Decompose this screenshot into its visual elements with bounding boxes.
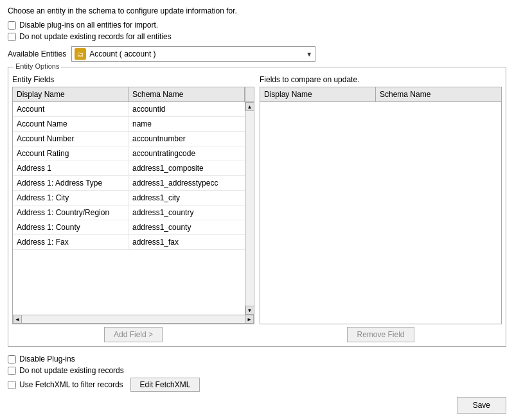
no-update-all-label: Do not update existing records for all e…: [19, 32, 172, 41]
fetchxml-checkbox[interactable]: [8, 381, 16, 389]
fetchxml-label: Use FetchXML to filter records: [19, 380, 123, 389]
left-cell-display: Account Number: [13, 132, 128, 146]
right-panel: Fields to compare on update. Display Nam…: [260, 75, 502, 342]
remove-field-btn-row: Remove Field: [260, 327, 502, 342]
right-col-schema-header: Schema Name: [376, 87, 501, 101]
top-checkbox-row-1: Disable plug-ins on all entities for imp…: [8, 21, 506, 30]
left-cell-schema: address1_city: [128, 191, 245, 205]
left-cell-schema: name: [128, 117, 245, 131]
left-horizontal-scrollbar[interactable]: ◄ ►: [13, 315, 254, 324]
left-table-row[interactable]: Address 1: Country/Region address1_count…: [13, 206, 245, 220]
entity-icon: 🗂: [75, 48, 86, 60]
footer-row: Save: [8, 397, 506, 414]
left-vertical-scrollbar[interactable]: ▲ ▼: [245, 102, 254, 315]
left-cell-display: Address 1: Address Type: [13, 176, 128, 190]
add-field-button[interactable]: Add Field >: [104, 327, 163, 342]
entity-options-legend: Entity Options: [13, 62, 61, 70]
left-col-schema-header: Schema Name: [128, 87, 245, 101]
top-checkbox-row-2: Do not update existing records for all e…: [8, 32, 506, 41]
left-scroll-track: [245, 111, 254, 306]
no-update-checkbox[interactable]: [8, 367, 16, 375]
left-cell-schema: address1_composite: [128, 161, 245, 175]
left-cell-display: Address 1: [13, 161, 128, 175]
bottom-checkbox-row-2: Do not update existing records: [8, 366, 506, 375]
add-field-btn-row: Add Field >: [12, 327, 254, 342]
no-update-label: Do not update existing records: [19, 366, 124, 375]
left-table-row[interactable]: Address 1: County address1_county: [13, 220, 245, 235]
bottom-checkbox-row-1: Disable Plug-ins: [8, 354, 506, 363]
left-panel-title: Entity Fields: [12, 75, 254, 84]
left-scroll-down-icon[interactable]: ▼: [245, 306, 254, 315]
left-col-display-header: Display Name: [13, 87, 128, 101]
left-scroll-left-icon[interactable]: ◄: [13, 315, 22, 324]
bottom-checkbox-row-3: Use FetchXML to filter records Edit Fetc…: [8, 378, 506, 392]
left-cell-schema: address1_fax: [128, 235, 245, 249]
main-container: Choose an entity in the schema to config…: [0, 0, 514, 420]
entity-select-text: Account ( account ): [89, 49, 303, 58]
left-scroll-h-track: [22, 315, 245, 324]
left-cell-schema: address1_addresstypecc: [128, 176, 245, 190]
left-table-row[interactable]: Address 1: City address1_city: [13, 191, 245, 206]
left-cell-display: Address 1: Country/Region: [13, 206, 128, 220]
entity-select-dropdown[interactable]: 🗂 Account ( account ) ▼: [71, 46, 315, 62]
disable-plugins-all-checkbox[interactable]: [8, 21, 16, 30]
left-scroll-right-icon[interactable]: ►: [245, 315, 254, 324]
top-description: Choose an entity in the schema to config…: [8, 6, 506, 15]
left-table-row[interactable]: Account accountid: [13, 102, 245, 117]
left-cell-display: Account: [13, 102, 128, 116]
left-cell-display: Address 1: County: [13, 220, 128, 234]
left-table-row[interactable]: Account Number accountnumber: [13, 132, 245, 146]
left-panel: Entity Fields Display Name Schema Name A…: [12, 75, 254, 342]
left-table-row[interactable]: Account Name name: [13, 117, 245, 132]
left-cell-schema: address1_county: [128, 220, 245, 234]
left-cell-schema: accountratingcode: [128, 146, 245, 161]
remove-field-button[interactable]: Remove Field: [347, 327, 414, 342]
left-cell-display: Address 1: Fax: [13, 235, 128, 249]
left-table-header: Display Name Schema Name: [13, 87, 254, 102]
edit-fetchxml-button[interactable]: Edit FetchXML: [130, 378, 200, 392]
left-cell-schema: address1_country: [128, 206, 245, 220]
left-cell-display: Account Name: [13, 117, 128, 131]
disable-plugins-checkbox[interactable]: [8, 355, 16, 363]
left-table-row[interactable]: Address 1: Address Type address1_address…: [13, 176, 245, 191]
bottom-checkboxes: Disable Plug-ins Do not update existing …: [8, 354, 506, 392]
left-table-row[interactable]: Address 1 address1_composite: [13, 161, 245, 176]
disable-plugins-all-label: Disable plug-ins on all entities for imp…: [19, 21, 158, 30]
top-checkboxes: Disable plug-ins on all entities for imp…: [8, 21, 506, 41]
right-col-display-header: Display Name: [260, 87, 376, 101]
left-cell-display: Address 1: City: [13, 191, 128, 205]
right-panel-title: Fields to compare on update.: [260, 75, 502, 84]
no-update-all-checkbox[interactable]: [8, 33, 16, 41]
save-button[interactable]: Save: [457, 397, 506, 414]
left-cell-schema: accountnumber: [128, 132, 245, 146]
available-entities-row: Available Entities 🗂 Account ( account )…: [8, 46, 506, 62]
available-entities-label: Available Entities: [8, 49, 66, 58]
entity-options-group: Entity Options Entity Fields Display Nam…: [8, 67, 506, 347]
right-table-body: [260, 102, 501, 324]
right-table-header: Display Name Schema Name: [260, 87, 501, 102]
left-table-row[interactable]: Address 1: Fax address1_fax: [13, 235, 245, 250]
left-table-body: Account accountid Account Name name Acco…: [13, 102, 245, 315]
left-scroll-up-icon[interactable]: ▲: [245, 102, 254, 111]
entity-dropdown-arrow-icon: ▼: [306, 51, 312, 58]
panels-row: Entity Fields Display Name Schema Name A…: [12, 75, 502, 342]
left-cell-schema: accountid: [128, 102, 245, 116]
left-cell-display: Account Rating: [13, 146, 128, 161]
left-table-row[interactable]: Account Rating accountratingcode: [13, 146, 245, 161]
disable-plugins-label: Disable Plug-ins: [19, 354, 75, 363]
